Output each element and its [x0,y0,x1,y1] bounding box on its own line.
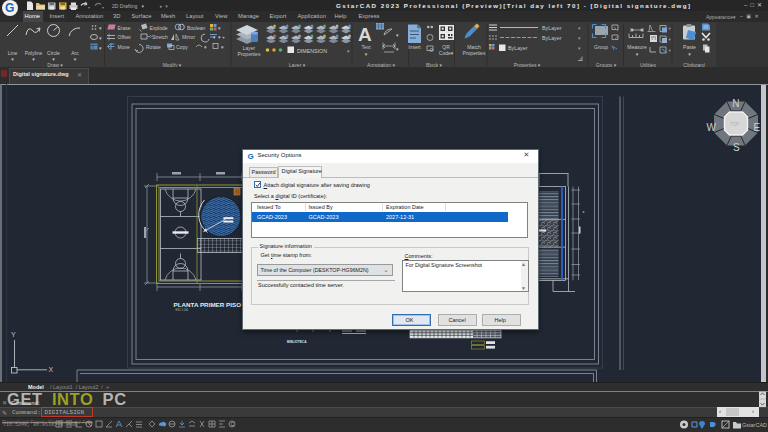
svg-text:Erase: Erase [118,25,131,31]
svg-text:▾: ▾ [32,56,35,62]
svg-text:ByLayer: ByLayer [508,45,528,51]
svg-text:▾: ▾ [221,44,224,50]
svg-text:ByLayer: ByLayer [542,35,562,41]
svg-text:TOP: TOP [730,122,739,127]
svg-text:Boolean: Boolean [187,25,206,31]
svg-text:E: E [754,122,761,133]
svg-text:ByLayer: ByLayer [542,25,562,31]
svg-text:QR: QR [442,44,450,50]
svg-text:▾: ▾ [11,56,14,62]
svg-text:BIBLIOTECA: BIBLIOTECA [287,340,307,344]
svg-text:Move: Move [118,44,130,50]
svg-text:▾: ▾ [578,35,581,41]
svg-text:▾: ▾ [669,48,672,53]
svg-text:▾: ▾ [396,32,399,38]
svg-text:▾: ▾ [218,34,221,40]
svg-text:▾: ▾ [102,5,104,10]
svg-text:Stretch: Stretch [152,34,168,40]
svg-text:▾: ▾ [88,5,90,10]
svg-text:Block ▾: Block ▾ [426,62,443,68]
svg-text:C: C [231,421,235,427]
svg-text:Paste: Paste [683,44,696,50]
svg-text:Copy: Copy [176,44,188,50]
svg-text:+: + [222,34,225,40]
svg-text:Y: Y [11,331,16,338]
svg-text:▾: ▾ [688,51,691,57]
svg-text:Clipboard: Clipboard [683,62,705,68]
svg-text:▾: ▾ [578,25,581,31]
svg-text:▾: ▾ [636,51,639,57]
svg-text:ESC 1:100: ESC 1:100 [176,308,189,312]
svg-text:Annotation ▾: Annotation ▾ [367,62,395,68]
svg-text:▾: ▾ [669,26,672,31]
svg-text:▾: ▾ [365,51,368,57]
svg-text:Draw ▾: Draw ▾ [47,62,63,68]
svg-text:Match: Match [467,44,481,50]
svg-text:Explode: Explode [150,25,168,31]
svg-text:▾: ▾ [347,48,350,54]
svg-text:▾: ▾ [578,45,581,51]
svg-text:Properties: Properties [238,51,261,57]
svg-text:Insert: Insert [408,44,421,50]
svg-text:Measure: Measure [627,44,647,50]
svg-text:S: S [733,142,740,153]
svg-text:Properties: Properties [463,50,486,56]
svg-text:▾: ▾ [74,56,77,62]
svg-text:Modify ▾: Modify ▾ [163,62,182,68]
svg-text:Group: Group [594,44,608,50]
svg-text:▾: ▾ [218,25,221,31]
svg-text:*: * [583,210,585,216]
svg-text:N: N [732,98,739,109]
svg-text:Rotate: Rotate [146,44,161,50]
svg-text:Text: Text [361,44,371,50]
svg-text:▾: ▾ [396,46,399,52]
svg-text:A: A [358,24,372,45]
svg-text:▾: ▾ [99,35,102,41]
svg-text:Mirror: Mirror [182,34,195,40]
svg-text:▾: ▾ [99,45,102,51]
svg-text:Code▾: Code▾ [439,50,454,56]
svg-text:DIMENSION: DIMENSION [297,48,327,54]
svg-text:▾: ▾ [669,37,672,42]
svg-text:▾: ▾ [99,25,102,31]
svg-text:Groups ▾: Groups ▾ [596,62,617,68]
svg-text:X: X [49,366,54,373]
svg-text:Layer ▾: Layer ▾ [289,62,306,68]
svg-text:Properties ▾: Properties ▾ [514,62,541,68]
svg-text:PLANTA PRIMER PISO: PLANTA PRIMER PISO [174,302,242,308]
svg-text:Offset: Offset [118,34,132,40]
svg-text:W: W [707,122,717,133]
svg-text:▾: ▾ [204,44,207,50]
svg-text:Utilities: Utilities [640,62,657,68]
